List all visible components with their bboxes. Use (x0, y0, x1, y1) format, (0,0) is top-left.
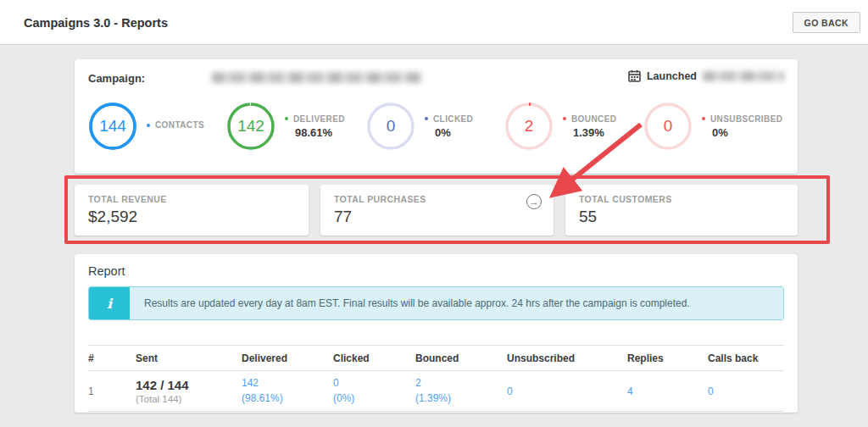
report-card: Report i Results are updated every day a… (75, 254, 798, 413)
bounced-ring: 2 (504, 102, 554, 151)
table-header-row: # Sent Delivered Clicked Bounced Unsubsc… (88, 345, 784, 371)
total-customers-card: TOTAL CUSTOMERS 55 (565, 185, 798, 236)
sent-cell: 142 / 144 (Total 144) (136, 378, 242, 404)
total-customers-value: 55 (579, 208, 597, 226)
contacts-dot-icon (147, 124, 150, 127)
total-revenue-card: TOTAL REVENUE $2,592 (75, 185, 309, 236)
stat-bounced: 2 BOUNCED1.39% (504, 102, 616, 151)
report-title: Report (88, 264, 125, 278)
unsubscribed-cell: 0 (507, 383, 627, 399)
campaign-label: Campaign: (88, 72, 145, 85)
delivered-ring: 142 (226, 102, 275, 151)
calls-back-cell: 0 (708, 383, 784, 399)
unsubscribed-dot-icon (702, 117, 705, 120)
stat-contacts: 144 CONTACTS (88, 102, 204, 151)
total-revenue-value: $2,592 (88, 208, 137, 226)
stat-clicked: 0 CLICKED0% (366, 102, 473, 151)
calendar-icon (628, 69, 641, 82)
delivered-dot-icon (285, 117, 288, 120)
contacts-ring: 144 (88, 102, 137, 151)
col-index: # (88, 352, 136, 364)
info-banner-text: Results are updated every day at 8am EST… (130, 287, 783, 319)
campaign-card: Campaign: Launched 144 CONTACTS 142 DELI… (75, 59, 798, 174)
launched-group: Launched (628, 69, 784, 82)
go-back-button[interactable]: GO BACK (793, 12, 860, 33)
col-bounced: Bounced (415, 352, 507, 364)
delivered-link[interactable]: 142(98.61%) (242, 376, 283, 406)
bounced-cell: 2(1.39%) (415, 376, 507, 406)
total-purchases-label: TOTAL PURCHASES (334, 194, 426, 204)
col-calls-back: Calls back (708, 352, 784, 364)
col-delivered: Delivered (242, 352, 333, 364)
info-icon: i (89, 287, 130, 319)
clicked-ring: 0 (366, 102, 415, 151)
campaign-name-redacted (212, 72, 422, 83)
row-index: 1 (88, 385, 136, 397)
bounced-dot-icon (563, 117, 566, 120)
purchases-detail-arrow-icon[interactable]: → (526, 194, 542, 209)
total-purchases-value: 77 (334, 208, 352, 226)
unsubscribed-ring: 0 (643, 102, 693, 151)
delivered-cell: 142(98.61%) (242, 376, 333, 406)
table-row: 1 142 / 144 (Total 144) 142(98.61%) 0(0%… (88, 371, 784, 412)
launch-date-redacted (703, 71, 784, 81)
replies-link[interactable]: 4 (627, 385, 633, 399)
col-replies: Replies (627, 352, 708, 364)
calls-back-link[interactable]: 0 (708, 385, 714, 399)
col-clicked: Clicked (333, 352, 415, 364)
stat-delivered: 142 DELIVERED98.61% (226, 102, 345, 151)
info-banner: i Results are updated every day at 8am E… (88, 286, 784, 320)
bounced-link[interactable]: 2(1.39%) (415, 376, 451, 406)
total-purchases-card: TOTAL PURCHASES 77 → (320, 185, 554, 236)
unsubscribed-link[interactable]: 0 (507, 385, 513, 399)
clicked-cell: 0(0%) (333, 376, 415, 406)
clicked-dot-icon (425, 117, 428, 120)
col-sent: Sent (136, 352, 242, 364)
report-table: # Sent Delivered Clicked Bounced Unsubsc… (88, 345, 784, 412)
clicked-link[interactable]: 0(0%) (333, 376, 354, 406)
stat-unsubscribed: 0 UNSUBSCRIBED0% (643, 102, 782, 151)
total-customers-label: TOTAL CUSTOMERS (579, 194, 672, 204)
launched-label: Launched (647, 70, 697, 82)
replies-cell: 4 (627, 383, 708, 399)
total-revenue-label: TOTAL REVENUE (88, 194, 167, 204)
col-unsubscribed: Unsubscribed (507, 352, 627, 364)
page-title: Campaigns 3.0 - Reports (24, 16, 168, 30)
top-bar: Campaigns 3.0 - Reports GO BACK (0, 0, 868, 45)
